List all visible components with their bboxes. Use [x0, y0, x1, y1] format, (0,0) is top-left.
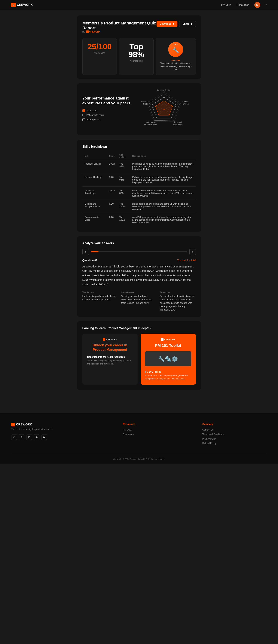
- skill-ranking: Top 98%: [117, 173, 130, 186]
- skills-section: Skills breakdown Skill Score Skill ranki…: [77, 140, 201, 232]
- footer-pm-quiz-link[interactable]: PM Quiz: [123, 428, 187, 431]
- legend-pm-expert-label: PM expert's score: [87, 114, 105, 116]
- your-answer-text: Implementing a dark mode theme to enhanc…: [82, 294, 118, 301]
- performance-left: Your performance against expert PMs and …: [82, 96, 132, 123]
- action-buttons: Download ⬇ Share ⬆: [156, 21, 196, 27]
- skill-name: Communication Skills: [82, 213, 107, 226]
- badge-circle: 🔧: [168, 42, 183, 57]
- skill-score: 0/20: [107, 200, 117, 213]
- footer: C CREWORK The best community for product…: [0, 413, 278, 464]
- svg-text:Metrics and: Metrics and: [146, 121, 156, 124]
- your-answer-col: Your Answer Implementing a dark mode the…: [82, 291, 118, 312]
- score-card-score: 25/100 Your score: [82, 38, 117, 75]
- learn-card1-logo: CREWORK: [103, 338, 117, 341]
- learn-card2-desc: A digital resource to help beginners get…: [145, 374, 191, 380]
- nav-resources[interactable]: Resources: [237, 4, 249, 6]
- prev-question-button[interactable]: ‹: [82, 249, 89, 255]
- progress-bar-container: [91, 251, 187, 252]
- footer-top: C CREWORK The best community for product…: [11, 422, 267, 446]
- legend-dot-gray: [82, 114, 85, 116]
- skill-help: PMs need to come up with the right probl…: [130, 173, 196, 186]
- score-card-ranking: Top 98% Your ranking: [119, 38, 153, 75]
- youtube-icon[interactable]: ▶: [41, 434, 47, 440]
- svg-text:Problem Solving: Problem Solving: [157, 89, 171, 91]
- learn-cards: CREWORK Unlock your career in Product Ma…: [82, 334, 196, 385]
- share-icon: ⬆: [190, 22, 193, 25]
- analyze-section: Analyze your answers ‹ › Question 01 You…: [77, 236, 201, 317]
- reasoning-text: Personalised push notifications can serv…: [160, 294, 196, 312]
- share-button[interactable]: Share ⬆: [179, 21, 196, 27]
- svg-text:Thinking: Thinking: [181, 103, 189, 105]
- chevron-down-icon: ▾: [266, 4, 267, 6]
- footer-terms-link[interactable]: Terms and Conditions: [202, 433, 267, 436]
- footer-resources-title: Resources: [123, 422, 187, 426]
- report-by: By CREWORK: [82, 30, 157, 33]
- main-container: Memorts's Product Management Quiz Report…: [77, 10, 201, 406]
- skill-name: Metrics and Analytical Skills: [82, 200, 107, 213]
- question-text: As a Product Manager at TikTok, you've b…: [82, 264, 196, 287]
- learn-card1-headline-1: Unlock your career in: [93, 343, 127, 347]
- skill-ranking: Top 100%: [117, 200, 130, 213]
- th-help: How this helps: [130, 152, 196, 160]
- performance-title: Your performance against expert PMs and …: [82, 96, 132, 106]
- report-by-logo-text: CREWORK: [89, 31, 100, 33]
- footer-refund-link[interactable]: Refund Policy: [202, 442, 267, 445]
- skill-score: 10/20: [107, 186, 117, 200]
- footer-contact-link[interactable]: Contact Us: [202, 428, 267, 431]
- toolkit-visual: 🔧🔩⚙️: [145, 351, 191, 366]
- progress-bar-fill: [91, 251, 99, 252]
- correct-answer-text: Sending personalised push notifications …: [121, 294, 157, 305]
- linkedin-icon[interactable]: in: [11, 434, 17, 440]
- badge-description: You're a master at identifying user need…: [160, 62, 192, 71]
- navbar: C CREWORK PM Quiz Resources M ▾: [0, 0, 278, 10]
- th-skill: Skill: [82, 152, 107, 160]
- navbar-logo-text: CREWORK: [17, 3, 33, 6]
- skills-section-title: Skills breakdown: [82, 145, 196, 148]
- learn-card2-logo: CREWORK: [161, 338, 175, 341]
- question-header: Question 01 You lost 5 points!: [82, 259, 196, 262]
- share-label: Share: [182, 22, 189, 25]
- badge-card: 🔧 Innovator You're a master at identifyi…: [156, 38, 196, 75]
- legend-your-score-label: Your score: [87, 109, 97, 112]
- legend-dot-light: [82, 118, 85, 121]
- footer-privacy-link[interactable]: Privacy Policy: [202, 438, 267, 440]
- skill-help: Being familiar with tech makes the commu…: [130, 186, 196, 200]
- correct-answer-col: Correct Answer Sending personalised push…: [121, 291, 157, 312]
- nav-pm-quiz[interactable]: PM Quiz: [221, 4, 231, 6]
- crework-mini-logo-icon: [86, 30, 89, 33]
- svg-text:Knowledge: Knowledge: [173, 124, 182, 126]
- skill-ranking: Top 96%: [117, 160, 130, 173]
- next-question-button[interactable]: ›: [189, 249, 196, 255]
- question-num: Question 01: [82, 259, 97, 262]
- learn-card-program[interactable]: CREWORK Unlock your career in Product Ma…: [82, 334, 138, 385]
- avatar[interactable]: M: [254, 2, 260, 8]
- analyze-title: Analyze your answers: [82, 242, 196, 245]
- download-button[interactable]: Download ⬇: [156, 21, 177, 27]
- learn-card-toolkit[interactable]: CREWORK PM 101 Toolkit 🔧🔩⚙️ PM 101 Toolk…: [140, 334, 196, 385]
- table-row: Product Thinking 5/20 Top 98% PMs need t…: [82, 173, 196, 186]
- radar-container: Problem Solving Product Thinking Technic…: [136, 88, 196, 130]
- legend-average-label: Average score: [87, 118, 101, 121]
- learn-card1-logo-text: CREWORK: [106, 338, 117, 340]
- producthunt-icon[interactable]: P: [26, 434, 32, 440]
- th-ranking: Skill ranking: [117, 152, 130, 160]
- score-value: 25/100: [86, 43, 113, 50]
- navbar-links: PM Quiz Resources M ▾: [221, 2, 267, 8]
- legend-average: Average score: [82, 118, 132, 121]
- instagram-icon[interactable]: ◉: [34, 434, 39, 440]
- skill-score: 0/20: [107, 213, 117, 226]
- navbar-logo[interactable]: C CREWORK: [11, 3, 33, 7]
- ranking-value: Top 98%: [123, 43, 149, 58]
- learn-card2-headline: PM 101 Toolkit: [155, 343, 181, 348]
- footer-tagline: The best community for product builders.: [11, 428, 108, 430]
- twitter-icon[interactable]: 𝕏: [19, 434, 24, 440]
- learn-card1-headline: Unlock your career in Product Management: [93, 343, 127, 352]
- footer-brand: C CREWORK The best community for product…: [11, 422, 108, 446]
- reasoning-label: Reasoning:: [160, 291, 196, 294]
- report-header: Memorts's Product Management Quiz Report…: [77, 16, 201, 79]
- legend-pm-expert: PM expert's score: [82, 114, 132, 116]
- learn-card2-logo-text: CREWORK: [164, 338, 175, 340]
- svg-text:Technical: Technical: [174, 121, 182, 124]
- footer-resources-link[interactable]: Resources: [123, 433, 187, 436]
- learn-card1-subtitle: Transition into the next product role: [87, 356, 133, 358]
